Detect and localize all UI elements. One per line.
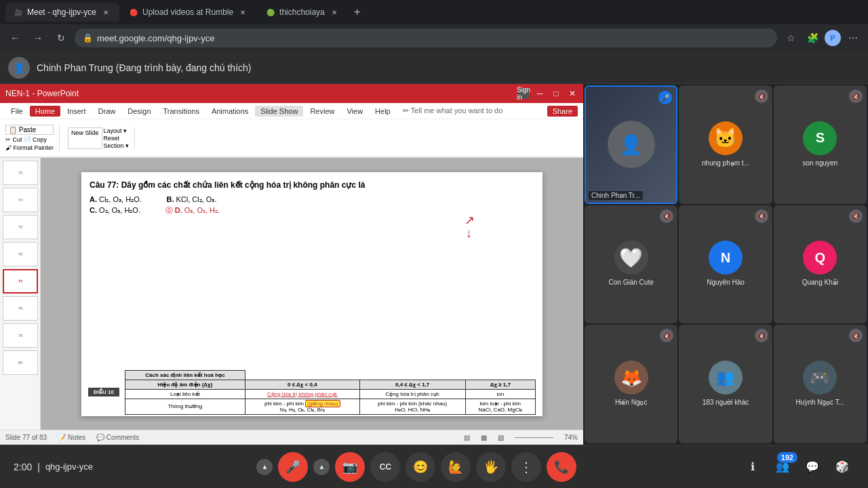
participant-tile-huynhngoc: 🎮 🔇 Huỳnh Ngọc T... — [774, 325, 867, 443]
ppt-menu-file[interactable]: File — [5, 106, 28, 117]
ppt-notes-btn[interactable]: 📝 Notes — [58, 434, 85, 441]
ppt-titlebar: NEN-1 - PowerPoint Sign in ─ □ ✕ — [0, 84, 583, 103]
ppt-title-text: NEN-1 - PowerPoint — [5, 89, 79, 98]
extension-icon[interactable]: 🧩 — [803, 28, 822, 47]
participant-tile-chinh: 👤 🎤 Chinh Phan Tr... — [585, 85, 677, 204]
more-options-button[interactable]: ⋮ — [511, 452, 541, 482]
mic-chevron-btn[interactable]: ▲ — [256, 459, 273, 475]
mic-mute-button[interactable]: 🎤 — [278, 452, 308, 482]
slide-thumb-5[interactable]: 77 — [3, 269, 38, 293]
ppt-menu-view[interactable]: View — [341, 106, 368, 117]
profile-avatar[interactable]: P — [825, 30, 841, 46]
participant-avatar-nhung: 🐱 — [709, 121, 743, 155]
cam-toggle-button[interactable]: 📷 — [335, 452, 365, 482]
participant-tile-congian: 🤍 🔇 Con Gián Cute — [585, 205, 677, 324]
back-button[interactable]: ← — [5, 28, 24, 47]
raise-hand-button[interactable]: 🙋 — [441, 452, 471, 482]
ppt-slide-count: Slide 77 of 83 — [5, 434, 47, 441]
tab-rumble-close[interactable]: ✕ — [237, 7, 248, 18]
ppt-cut-btn[interactable]: ✂ Cut — [5, 136, 22, 143]
ppt-view-normal[interactable]: ▤ — [464, 434, 470, 441]
ppt-menu-slideshow[interactable]: Slide Show — [255, 106, 303, 117]
ppt-reset-btn[interactable]: Reset — [104, 135, 130, 142]
table-row: phi kim - phi kim (giống nhau)N₂, H₂, O₂… — [245, 399, 359, 414]
ppt-clipboard-group: 📋 Paste ✂ Cut 📄 Copy 🖌 Format Painter — [5, 125, 54, 151]
ppt-view-outline[interactable]: ▦ — [481, 434, 487, 441]
tab-thichchoiaya-close[interactable]: ✕ — [329, 7, 340, 18]
tab-meet[interactable]: 🎥 Meet - qhg-ijpv-yce ✕ — [5, 3, 119, 22]
ppt-layout-btn[interactable]: Layout ▾ — [104, 127, 130, 134]
slide-area: NEN-1 - PowerPoint Sign in ─ □ ✕ File Ho… — [0, 84, 583, 445]
ppt-zoom-level: 74% — [564, 434, 578, 441]
tab-meet-close[interactable]: ✕ — [100, 7, 111, 18]
ppt-menu-design[interactable]: Design — [122, 106, 156, 117]
participant-tile-quangkhai: Q 🔇 Quang Khải — [774, 205, 867, 324]
slide-thumb-6[interactable]: 78 — [3, 296, 38, 321]
meet-body: NEN-1 - PowerPoint Sign in ─ □ ✕ File Ho… — [0, 84, 868, 445]
slide-thumb-8[interactable]: 80 — [3, 350, 38, 375]
table-row: Thông thường — [125, 399, 245, 414]
ppt-menu-tell[interactable]: ✏ Tell me what you want to do — [397, 105, 509, 117]
ppt-menu-animations[interactable]: Animations — [206, 106, 254, 117]
participant-mute-icon-son: 🔇 — [849, 89, 863, 103]
ppt-canvas-area[interactable]: Câu 77: Dãy gồm các chất chứa liên kết c… — [41, 158, 583, 430]
ppt-copy-btn[interactable]: 📄 Copy — [24, 136, 47, 143]
address-bar[interactable]: 🔒 meet.google.com/qhg-ijpv-yce — [75, 28, 777, 47]
ppt-section-btn[interactable]: Section ▾ — [104, 142, 130, 149]
present-button[interactable]: 🖐 — [476, 452, 506, 482]
presenter-name: Chinh Phan Trung (Đang trình bày, đang c… — [37, 62, 252, 73]
settings-icon[interactable]: ⋯ — [844, 28, 863, 47]
ppt-titlebar-controls: Sign in ─ □ ✕ — [518, 88, 578, 99]
emoji-button[interactable]: 😊 — [406, 452, 435, 482]
participant-mute-icon-quangkhai: 🔇 — [849, 209, 863, 223]
activities-button[interactable]: 🎲 — [830, 455, 854, 479]
ppt-menu-insert[interactable]: Insert — [62, 106, 92, 117]
ppt-comments-btn[interactable]: 💬 Comments — [96, 434, 139, 441]
bookmark-icon[interactable]: ☆ — [781, 28, 800, 47]
tab-meet-favicon: 🎥 — [14, 7, 23, 17]
participant-avatar-hienngoc: 🦊 — [614, 361, 648, 394]
participant-mute-icon-hienngoc: 🔇 — [660, 329, 673, 342]
ppt-share-btn[interactable]: Share — [547, 106, 578, 117]
info-button[interactable]: ℹ — [741, 455, 765, 479]
participant-name-quangkhai: Quang Khải — [800, 277, 841, 287]
participant-avatar-others: 👥 — [709, 361, 743, 394]
forward-button[interactable]: → — [28, 28, 47, 47]
ppt-statusbar: Slide 77 of 83 📝 Notes 💬 Comments ▤ ▦ ▧ … — [0, 430, 583, 445]
participant-count-badge: 192 — [777, 452, 797, 463]
tab-rumble[interactable]: 🔴 Upload videos at Rumble ✕ — [121, 3, 256, 22]
table-row: ion — [465, 389, 535, 399]
tab-thichchoiaya[interactable]: 🟢 thichchoiaya ✕ — [258, 3, 348, 22]
captions-button[interactable]: CC — [370, 452, 400, 482]
ppt-menu-review[interactable]: Review — [304, 106, 340, 117]
ppt-close-btn[interactable]: ✕ — [567, 88, 578, 99]
ppt-maximize-btn[interactable]: □ — [551, 88, 561, 99]
slide-thumb-4[interactable]: 76 — [3, 242, 38, 266]
ppt-view-slide[interactable]: ▧ — [498, 434, 504, 441]
ppt-paste-btn[interactable]: 📋 Paste — [5, 125, 54, 135]
ppt-signin-btn[interactable]: Sign in — [518, 88, 529, 99]
ppt-menu-transitions[interactable]: Transitions — [158, 106, 205, 117]
slide-thumb-3[interactable]: 75 — [3, 215, 38, 239]
end-call-button[interactable]: 📞 — [547, 452, 576, 482]
ppt-menu-draw[interactable]: Draw — [93, 106, 121, 117]
slide-thumb-2[interactable]: 74 — [3, 188, 38, 212]
ppt-zoom-slider[interactable]: ──────── — [515, 434, 553, 441]
ppt-new-slide-btn[interactable]: New Slide — [68, 127, 102, 149]
participant-tile-others: 👥 🔇 183 người khác — [679, 325, 772, 443]
ppt-format-painter-btn[interactable]: 🖌 Format Painter — [5, 144, 54, 151]
people-button[interactable]: 👥 192 — [770, 455, 795, 479]
cam-chevron-btn[interactable]: ▲ — [313, 459, 330, 475]
ppt-ribbon-bar: 📋 Paste ✂ Cut 📄 Copy 🖌 Format Painter N — [0, 119, 583, 157]
ppt-menu-home[interactable]: Home — [30, 106, 60, 117]
new-tab-button[interactable]: + — [349, 4, 366, 20]
slide-thumb-7[interactable]: 79 — [3, 323, 38, 348]
participant-name-hienngoc: Hiến Ngọc — [612, 397, 650, 407]
ppt-minimize-btn[interactable]: ─ — [534, 88, 545, 99]
ppt-menu-help[interactable]: Help — [370, 106, 396, 117]
meet-bottom-bar: 2:00 | qhg-ijpv-yce ▲ 🎤 ▲ 📷 CC 😊 🙋 🖐 ⋮ 📞… — [0, 445, 868, 488]
chat-button[interactable]: 💬 — [800, 455, 825, 479]
refresh-button[interactable]: ↻ — [52, 28, 71, 47]
slide-thumb-1[interactable]: 73 — [3, 161, 38, 185]
ppt-ribbon: File Home Insert Draw Design Transitions… — [0, 103, 583, 158]
